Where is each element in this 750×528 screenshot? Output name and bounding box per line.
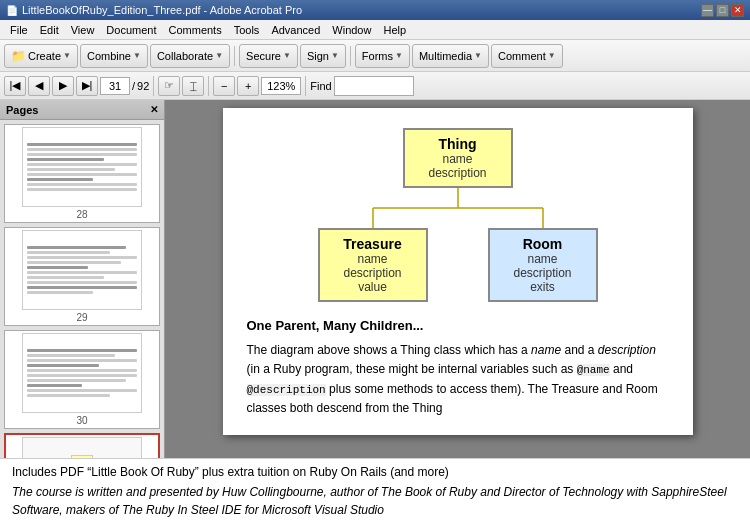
nav-next-button[interactable]: ▶ xyxy=(52,76,74,96)
thing-name: name xyxy=(419,152,497,166)
page-thumb-29[interactable]: 29 xyxy=(4,227,160,326)
nav-prev-button[interactable]: ◀ xyxy=(28,76,50,96)
sidebar-close-button[interactable]: ✕ xyxy=(150,104,158,115)
menu-window[interactable]: Window xyxy=(326,22,377,38)
connector-svg xyxy=(318,188,598,228)
room-description: description xyxy=(504,266,582,280)
page-thumb-number-29: 29 xyxy=(76,312,87,323)
create-dropdown-arrow: ▼ xyxy=(63,51,71,60)
create-button[interactable]: 📁 Create ▼ xyxy=(4,44,78,68)
nav-first-button[interactable]: |◀ xyxy=(4,76,26,96)
diagram-connectors xyxy=(318,188,598,228)
menu-document[interactable]: Document xyxy=(100,22,162,38)
page-thumb-30[interactable]: 30 xyxy=(4,330,160,429)
minimize-button[interactable]: — xyxy=(701,4,714,17)
forms-dropdown-arrow: ▼ xyxy=(395,51,403,60)
nav-toolbar: |◀ ◀ ▶ ▶| / 92 ☞ ⌶ − + Find xyxy=(0,72,750,100)
room-box: Room name description exits xyxy=(488,228,598,302)
multimedia-dropdown-arrow: ▼ xyxy=(474,51,482,60)
room-name: name xyxy=(504,252,582,266)
page-thumb-28[interactable]: 28 xyxy=(4,124,160,223)
select-tool-button[interactable]: ⌶ xyxy=(182,76,204,96)
separator-1 xyxy=(234,46,235,66)
forms-button[interactable]: Forms ▼ xyxy=(355,44,410,68)
sign-label: Sign xyxy=(307,50,329,62)
sidebar: Pages ✕ xyxy=(0,100,165,458)
combine-button[interactable]: Combine ▼ xyxy=(80,44,148,68)
menu-help[interactable]: Help xyxy=(377,22,412,38)
hand-tool-button[interactable]: ☞ xyxy=(158,76,180,96)
create-label: Create xyxy=(28,50,61,62)
treasure-box: Treasure name description value xyxy=(318,228,428,302)
treasure-label: Treasure xyxy=(334,236,412,252)
nav-sep-3 xyxy=(305,76,306,96)
close-button[interactable]: ✕ xyxy=(731,4,744,17)
menu-tools[interactable]: Tools xyxy=(228,22,266,38)
pdf-heading: One Parent, Many Children... xyxy=(247,318,669,333)
secure-button[interactable]: Secure ▼ xyxy=(239,44,298,68)
page-thumb-image-29 xyxy=(22,230,142,310)
menu-comments[interactable]: Comments xyxy=(163,22,228,38)
multimedia-label: Multimedia xyxy=(419,50,472,62)
sidebar-title: Pages xyxy=(6,104,38,116)
pdf-body: The diagram above shows a Thing class wh… xyxy=(247,341,669,419)
page-separator: / xyxy=(132,80,135,92)
zoom-in-button[interactable]: + xyxy=(237,76,259,96)
sign-button[interactable]: Sign ▼ xyxy=(300,44,346,68)
nav-sep-2 xyxy=(208,76,209,96)
find-input[interactable] xyxy=(334,76,414,96)
comment-dropdown-arrow: ▼ xyxy=(548,51,556,60)
sidebar-header: Pages ✕ xyxy=(0,100,164,120)
folder-icon: 📁 xyxy=(11,49,26,63)
treasure-value: value xyxy=(334,280,412,294)
menu-bar: File Edit View Document Comments Tools A… xyxy=(0,20,750,40)
treasure-description: description xyxy=(334,266,412,280)
secure-label: Secure xyxy=(246,50,281,62)
treasure-name: name xyxy=(334,252,412,266)
diagram-bottom-row: Treasure name description value Room nam… xyxy=(318,228,598,302)
page-thumb-image-28 xyxy=(22,127,142,207)
combine-label: Combine xyxy=(87,50,131,62)
title-bar: 📄 LittleBookOfRuby_Edition_Three.pdf - A… xyxy=(0,0,750,20)
bottom-line1: Includes PDF “Little Book Of Ruby” plus … xyxy=(12,465,738,479)
room-label: Room xyxy=(504,236,582,252)
comment-button[interactable]: Comment ▼ xyxy=(491,44,563,68)
collaborate-dropdown-arrow: ▼ xyxy=(215,51,223,60)
diagram-top-row: Thing name description xyxy=(403,128,513,188)
main-area: Pages ✕ xyxy=(0,100,750,458)
secure-dropdown-arrow: ▼ xyxy=(283,51,291,60)
page-thumb-31[interactable]: Thing Treasure Room 31 xyxy=(4,433,160,458)
title-bar-left: 📄 LittleBookOfRuby_Edition_Three.pdf - A… xyxy=(6,4,302,16)
page-number-input[interactable] xyxy=(100,77,130,95)
page-thumb-image-30 xyxy=(22,333,142,413)
combine-dropdown-arrow: ▼ xyxy=(133,51,141,60)
zoom-input[interactable] xyxy=(261,77,301,95)
menu-view[interactable]: View xyxy=(65,22,101,38)
menu-advanced[interactable]: Advanced xyxy=(265,22,326,38)
collaborate-button[interactable]: Collaborate ▼ xyxy=(150,44,230,68)
page-thumb-number-28: 28 xyxy=(76,209,87,220)
thing-label: Thing xyxy=(419,136,497,152)
separator-2 xyxy=(350,46,351,66)
window-title: LittleBookOfRuby_Edition_Three.pdf - Ado… xyxy=(22,4,302,16)
bottom-line2: The course is written and presented by H… xyxy=(12,483,738,519)
collaborate-label: Collaborate xyxy=(157,50,213,62)
zoom-out-button[interactable]: − xyxy=(213,76,235,96)
menu-file[interactable]: File xyxy=(4,22,34,38)
title-bar-controls: — □ ✕ xyxy=(701,4,744,17)
toolbar: 📁 Create ▼ Combine ▼ Collaborate ▼ Secur… xyxy=(0,40,750,72)
menu-edit[interactable]: Edit xyxy=(34,22,65,38)
room-exits: exits xyxy=(504,280,582,294)
pdf-page: Thing name description xyxy=(223,108,693,435)
forms-label: Forms xyxy=(362,50,393,62)
comment-label: Comment xyxy=(498,50,546,62)
page-thumb-number-30: 30 xyxy=(76,415,87,426)
find-label: Find xyxy=(310,80,331,92)
sign-dropdown-arrow: ▼ xyxy=(331,51,339,60)
nav-last-button[interactable]: ▶| xyxy=(76,76,98,96)
thing-description: description xyxy=(419,166,497,180)
multimedia-button[interactable]: Multimedia ▼ xyxy=(412,44,489,68)
class-diagram: Thing name description xyxy=(247,128,669,302)
pdf-area[interactable]: Thing name description xyxy=(165,100,750,458)
maximize-button[interactable]: □ xyxy=(716,4,729,17)
